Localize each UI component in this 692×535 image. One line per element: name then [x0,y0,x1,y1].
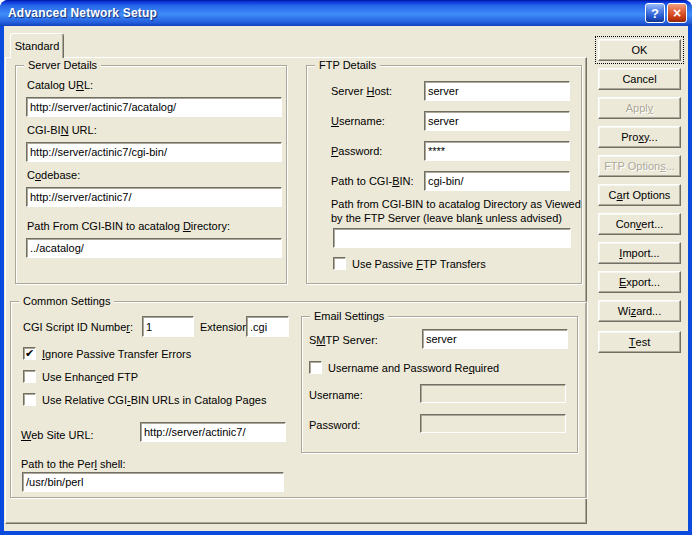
username-password-required-checkbox[interactable]: Username and Password Required [309,361,499,374]
use-enhanced-ftp-label: Use Enhanced FTP [42,371,138,383]
help-button[interactable]: ? [645,3,665,23]
group-common-settings-legend: Common Settings [19,295,114,308]
cancel-button[interactable]: Cancel [598,68,681,90]
perl-shell-path-input[interactable] [22,472,284,492]
tab-page: Server Details Catalog URL: CGI-BIN URL:… [5,57,587,524]
server-host-input[interactable] [424,81,570,101]
group-server-details-legend: Server Details [24,59,101,72]
cgi-script-id-input[interactable] [142,316,194,337]
cart-options-button[interactable]: Cart Options [598,184,681,206]
path-to-cgibin-label: Path to CGI-BIN: [331,175,414,188]
checkmark-icon: ✔ [25,348,34,359]
path-from-cgibin-label: Path From CGI-BIN to acatalog Directory: [27,220,230,233]
ok-button[interactable]: OK [598,39,681,61]
web-site-url-label: Web Site URL: [21,429,94,442]
extension-label: Extension: [200,321,251,334]
convert-button[interactable]: Convert... [598,213,681,235]
proxy-button[interactable]: Proxy... [598,126,681,148]
email-password-input [420,414,566,433]
ftp-path-note-line1: Path from CGI-BIN to acatalog Directory … [331,197,581,211]
ftp-acatalog-path-input[interactable] [333,228,571,248]
smtp-server-input[interactable] [422,329,568,349]
checkbox-box[interactable] [309,361,322,374]
ftp-options-button: FTP Options... [598,155,681,177]
ftp-password-label: Password: [331,145,382,158]
smtp-server-label: SMTP Server: [309,334,378,347]
use-passive-ftp-checkbox[interactable]: Use Passive FTP Transfers [333,257,486,270]
dialog-client-area: Standard Server Details Catalog URL: CGI… [4,26,688,531]
path-to-cgibin-input[interactable] [424,171,570,191]
close-button[interactable]: × [667,3,687,23]
use-relative-cgibin-urls-checkbox[interactable]: Use Relative CGI-BIN URLs in Catalog Pag… [23,393,266,406]
path-from-cgibin-input[interactable] [26,238,282,258]
ignore-passive-errors-label: Ignore Passive Transfer Errors [42,348,191,360]
cgi-bin-url-input[interactable] [26,142,282,162]
checkbox-box[interactable] [23,370,36,383]
ftp-username-input[interactable] [424,111,570,131]
extension-input[interactable] [246,316,289,337]
ignore-passive-errors-checkbox[interactable]: ✔ Ignore Passive Transfer Errors [23,347,191,360]
codebase-label: Codebase: [27,169,80,182]
use-relative-cgibin-urls-label: Use Relative CGI-BIN URLs in Catalog Pag… [42,394,266,406]
web-site-url-input[interactable] [140,422,286,442]
test-button[interactable]: Test [598,331,681,353]
checkbox-box[interactable]: ✔ [23,347,36,360]
wizard-button[interactable]: Wizard... [598,300,681,322]
email-username-label: Username: [309,389,363,402]
group-ftp-details-legend: FTP Details [315,59,380,72]
dialog-window: Advanced Network Setup ? × Standard Serv… [0,0,692,535]
email-password-label: Password: [309,419,360,432]
import-button[interactable]: Import... [598,242,681,264]
ftp-path-note: Path from CGI-BIN to acatalog Directory … [331,197,581,225]
ftp-username-label: Username: [331,115,385,128]
tab-standard[interactable]: Standard [10,33,64,58]
question-mark-icon: ? [651,6,659,21]
apply-button: Apply [598,97,681,119]
catalog-url-label: Catalog URL: [27,79,93,92]
username-password-required-label: Username and Password Required [328,362,499,374]
titlebar: Advanced Network Setup ? × [0,0,692,26]
checkbox-box[interactable] [333,257,346,270]
server-host-label: Server Host: [331,85,392,98]
cgi-script-id-label: CGI Script ID Number: [23,321,133,334]
cgi-bin-url-label: CGI-BIN URL: [27,124,97,137]
ftp-path-note-line2: by the FTP Server (leave blank unless ad… [331,211,581,225]
codebase-input[interactable] [26,187,282,207]
use-enhanced-ftp-checkbox[interactable]: Use Enhanced FTP [23,370,138,383]
ftp-password-input[interactable] [424,141,570,161]
perl-shell-path-label: Path to the Perl shell: [21,458,126,471]
email-username-input [420,384,566,403]
close-icon: × [673,5,681,21]
catalog-url-input[interactable] [26,97,282,117]
window-title: Advanced Network Setup [8,6,643,20]
export-button[interactable]: Export... [598,271,681,293]
group-email-settings-legend: Email Settings [310,310,388,323]
use-passive-ftp-label: Use Passive FTP Transfers [352,258,486,270]
tab-label: Standard [15,40,60,52]
checkbox-box[interactable] [23,393,36,406]
